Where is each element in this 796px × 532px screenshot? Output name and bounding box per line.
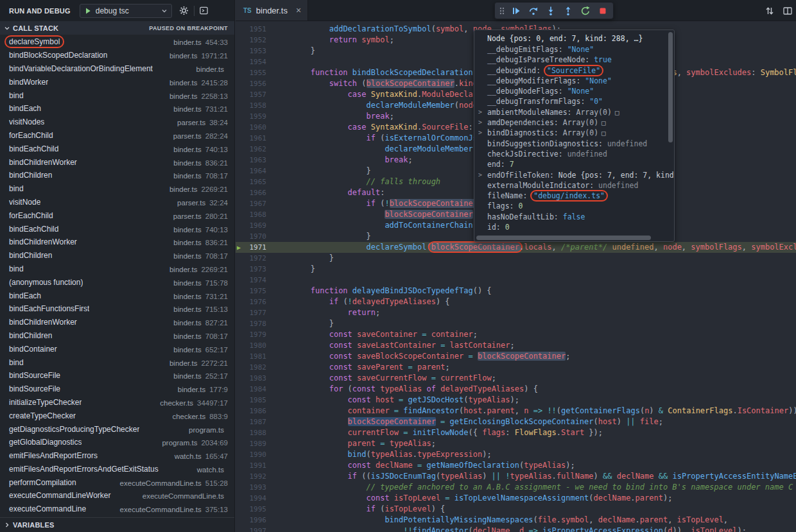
line-number[interactable]: 1996 — [236, 515, 266, 526]
line-number[interactable]: 1994 — [236, 493, 266, 504]
line-number[interactable]: 1982 — [236, 362, 266, 373]
stack-frame[interactable]: bindWorkerbinder.ts2415:28 — [0, 75, 234, 89]
code-editor[interactable]: 1951 addDeclarationToSymbol(symbol, node… — [236, 21, 796, 532]
variables-section-header[interactable]: VARIABLES — [0, 517, 234, 532]
expand-chevron-icon[interactable]: > — [478, 128, 482, 138]
step-out-icon[interactable] — [559, 3, 576, 19]
line-number[interactable]: 1969 — [236, 220, 266, 231]
line-number[interactable]: 1973 — [236, 264, 266, 275]
line-number[interactable]: 1988 — [236, 427, 266, 438]
debug-hover-popup[interactable]: Node {pos: 0, end: 7, kind: 288, …} __de… — [474, 30, 675, 242]
line-number[interactable]: 1978 — [236, 318, 266, 329]
tab-close-icon[interactable]: × — [296, 5, 301, 15]
stack-frame[interactable]: getGlobalDiagnosticsprogram.ts2034:69 — [0, 436, 234, 449]
stack-frame[interactable]: bindContainerbinder.ts652:17 — [0, 342, 234, 356]
stack-frame[interactable]: bindbinder.ts2269:21 — [0, 182, 234, 196]
stack-frame[interactable]: bindChildrenWorkerbinder.ts836:21 — [0, 236, 234, 249]
line-number[interactable]: 1993 — [236, 482, 266, 493]
line-number[interactable]: 1983 — [236, 373, 266, 384]
line-number[interactable]: 1951 — [236, 24, 266, 35]
line-number[interactable]: 1953 — [236, 46, 266, 56]
step-over-icon[interactable] — [524, 3, 542, 19]
line-number[interactable]: 1952 — [236, 35, 266, 46]
line-number[interactable]: 1957 — [236, 89, 266, 100]
stack-frame[interactable]: bindEachChildbinder.ts740:13 — [0, 222, 234, 236]
stack-frame[interactable]: bindEachFunctionsFirstbinder.ts715:13 — [0, 302, 234, 316]
stop-icon[interactable] — [594, 3, 611, 19]
popup-horizontal-scrollbar[interactable] — [476, 236, 651, 240]
line-number[interactable]: 1991 — [236, 460, 266, 471]
stack-frame[interactable]: bindBlockScopedDeclarationbinder.ts1971:… — [0, 49, 234, 62]
line-number[interactable]: 1976 — [236, 296, 266, 307]
stack-frame[interactable]: initializeTypeCheckerchecker.ts34497:17 — [0, 396, 234, 409]
stack-frame[interactable]: bindChildrenbinder.ts708:17 — [0, 249, 234, 262]
line-number[interactable]: 1955 — [236, 67, 266, 78]
stack-frame[interactable]: bindChildrenWorkerbinder.ts827:21 — [0, 316, 234, 329]
stack-frame[interactable]: getDiagnosticsProducingTypeCheckerprogra… — [0, 422, 234, 436]
launch-config-dropdown[interactable]: debug tsc — [80, 4, 172, 18]
line-number[interactable]: 1961 — [236, 133, 266, 144]
line-number[interactable]: 1972 — [236, 253, 266, 264]
start-debug-icon[interactable] — [84, 7, 92, 15]
gear-icon[interactable] — [177, 4, 191, 18]
line-number[interactable]: 1989 — [236, 438, 266, 449]
stack-frame[interactable]: performCompilationexecuteCommandLine.ts5… — [0, 476, 234, 489]
stack-frame[interactable]: emitFilesAndReportErrorswatch.ts165:47 — [0, 449, 234, 463]
line-number[interactable]: 1959 — [236, 111, 266, 122]
popup-property-row[interactable]: >bindDiagnostics: Array(0)□ — [474, 128, 674, 138]
stack-frame[interactable]: bindSourceFilebinder.ts252:17 — [0, 369, 234, 382]
continue-icon[interactable] — [507, 3, 524, 19]
stack-frame[interactable]: bindChildrenbinder.ts708:17 — [0, 329, 234, 343]
line-number[interactable]: 1979 — [236, 329, 266, 340]
line-number[interactable]: 1977 — [236, 307, 266, 318]
line-number[interactable]: 1956 — [236, 78, 266, 89]
stack-frame[interactable]: (anonymous function)binder.ts715:78 — [0, 275, 234, 289]
stack-frame[interactable]: bindEachChildbinder.ts740:13 — [0, 142, 234, 155]
line-number[interactable]: 1984 — [236, 384, 266, 395]
line-number[interactable]: 1962 — [236, 144, 266, 155]
stack-frame[interactable]: bindSourceFilebinder.ts177:9 — [0, 382, 234, 396]
popup-vertical-scrollbar[interactable] — [668, 32, 673, 142]
line-number[interactable]: 1960 — [236, 122, 266, 133]
stack-frame[interactable]: declareSymbolbinder.ts454:33 — [0, 35, 234, 49]
expand-chevron-icon[interactable]: > — [478, 170, 482, 180]
line-number[interactable]: 1975 — [236, 286, 266, 296]
line-number[interactable]: 1985 — [236, 395, 266, 406]
stack-frame[interactable]: forEachChildparser.ts282:24 — [0, 129, 234, 142]
stack-frame[interactable]: bindChildrenbinder.ts708:17 — [0, 169, 234, 182]
stack-frame[interactable]: executeCommandLineexecuteCommandLine.ts3… — [0, 502, 234, 516]
stack-frame[interactable]: emitFilesAndReportErrorsAndGetExitStatus… — [0, 463, 234, 476]
line-number[interactable]: 1980 — [236, 340, 266, 351]
stack-frame[interactable]: bindEachbinder.ts731:21 — [0, 289, 234, 302]
restart-icon[interactable] — [576, 3, 594, 19]
line-number[interactable]: 1981 — [236, 351, 266, 362]
swap-vertical-icon[interactable] — [763, 4, 777, 18]
line-number[interactable]: 1974 — [236, 275, 266, 286]
call-stack-section-header[interactable]: CALL STACK PAUSED ON BREAKPOINT — [0, 21, 234, 35]
stack-frame[interactable]: visitNodesparser.ts38:24 — [0, 116, 234, 129]
line-number[interactable]: 1954 — [236, 56, 266, 67]
line-number[interactable]: 1970 — [236, 231, 266, 242]
open-debug-console-icon[interactable] — [197, 4, 211, 18]
line-number[interactable]: 1986 — [236, 406, 266, 416]
popup-property-row[interactable]: >ambientModuleNames: Array(0)□ — [474, 107, 674, 117]
stack-frame[interactable]: forEachChildparser.ts280:21 — [0, 209, 234, 222]
line-number[interactable]: 1987 — [236, 416, 266, 427]
line-number[interactable]: 1963 — [236, 155, 266, 166]
stack-frame[interactable]: bindChildrenWorkerbinder.ts836:21 — [0, 155, 234, 169]
line-number[interactable]: 1971 — [236, 242, 266, 253]
line-number[interactable]: 1965 — [236, 176, 266, 187]
split-editor-icon[interactable] — [781, 4, 795, 18]
line-number[interactable]: 1992 — [236, 471, 266, 482]
stack-frame[interactable]: bindbinder.ts2269:21 — [0, 262, 234, 276]
tab-binder-ts[interactable]: TS binder.ts × — [236, 0, 308, 21]
line-number[interactable]: 1990 — [236, 449, 266, 460]
stack-frame[interactable]: visitNodeparser.ts32:24 — [0, 196, 234, 209]
expand-chevron-icon[interactable]: > — [478, 117, 482, 128]
expand-chevron-icon[interactable]: > — [478, 107, 482, 117]
stack-frame[interactable]: bindbinder.ts2272:21 — [0, 356, 234, 369]
stack-frame[interactable]: bindbinder.ts2258:13 — [0, 89, 234, 102]
step-into-icon[interactable] — [542, 3, 559, 19]
stack-frame[interactable]: executeCommandLineWorkerexecuteCommandLi… — [0, 489, 234, 502]
line-number[interactable]: 1968 — [236, 209, 266, 220]
